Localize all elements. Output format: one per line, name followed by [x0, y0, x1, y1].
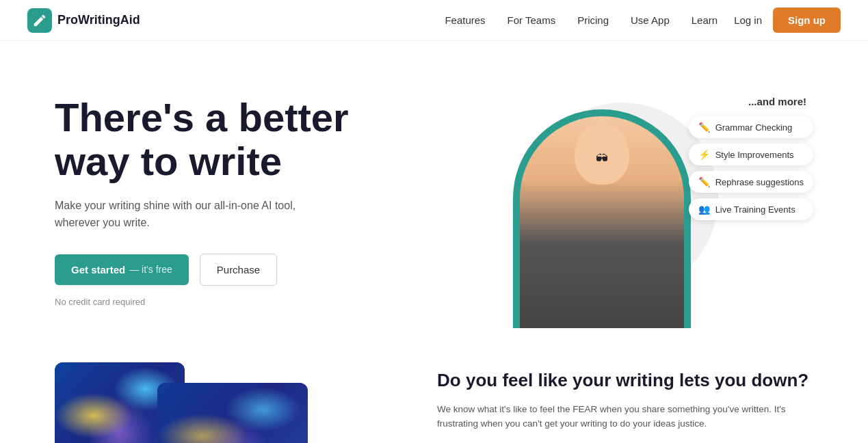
hero-buttons: Get started — it's free Purchase — [55, 254, 472, 286]
pill-grammar: ✏️ Grammar Checking — [689, 116, 813, 138]
pill-rephrase: ✏️ Rephrase suggestions — [689, 171, 813, 193]
navbar: ProWritingAid Features For Teams Pricing… — [0, 0, 868, 41]
hero-section: There's a better way to write Make your … — [0, 41, 868, 349]
section2-images: My idea in my head — [55, 362, 396, 443]
starry-night-image-2 — [157, 383, 308, 443]
nav-features[interactable]: Features — [445, 14, 485, 26]
person-head: 🕶 — [575, 123, 629, 185]
section2-content: Do you feel like your writing lets you d… — [437, 362, 813, 431]
hero-illustration: 🕶 ...and more! ✏️ Grammar Checking ⚡ Sty… — [472, 82, 813, 328]
nav-links: Features For Teams Pricing Use App Learn — [445, 14, 718, 27]
get-started-button[interactable]: Get started — it's free — [55, 254, 189, 285]
glasses-icon: 🕶 — [596, 152, 608, 166]
grammar-icon: ✏️ — [698, 122, 710, 133]
purchase-button[interactable]: Purchase — [200, 254, 277, 286]
hero-left: There's a better way to write Make your … — [55, 82, 472, 307]
hero-right: 🕶 ...and more! ✏️ Grammar Checking ⚡ Sty… — [472, 82, 813, 328]
image-card-2: My idea in my head — [157, 383, 308, 443]
section2-text: We know what it's like to feel the FEAR … — [437, 402, 813, 431]
signup-button[interactable]: Sign up — [773, 8, 841, 33]
image-stack: My idea in my head — [55, 362, 315, 443]
person-illustration: 🕶 — [513, 109, 691, 328]
brand-name: ProWritingAid — [57, 13, 140, 27]
hero-subtitle: Make your writing shine with our all-in-… — [55, 197, 301, 232]
nav-pricing[interactable]: Pricing — [577, 14, 609, 26]
section2: My idea in my head Do you feel like your… — [0, 349, 868, 443]
login-link[interactable]: Log in — [734, 14, 762, 26]
hero-title: There's a better way to write — [55, 96, 472, 183]
training-icon: 👥 — [698, 204, 710, 215]
feature-pills: ✏️ Grammar Checking ⚡ Style Improvements… — [689, 116, 813, 220]
style-icon: ⚡ — [698, 149, 710, 160]
nav-learn[interactable]: Learn — [692, 14, 718, 26]
pill-style: ⚡ Style Improvements — [689, 144, 813, 165]
person-face: 🕶 — [520, 116, 684, 328]
pill-training: 👥 Live Training Events — [689, 198, 813, 220]
logo-link[interactable]: ProWritingAid — [27, 8, 140, 33]
and-more-text: ...and more! — [748, 96, 806, 107]
no-credit-text: No credit card required — [55, 297, 472, 307]
nav-use-app[interactable]: Use App — [631, 14, 670, 26]
rephrase-icon: ✏️ — [698, 176, 710, 187]
nav-for-teams[interactable]: For Teams — [508, 14, 556, 26]
section2-title: Do you feel like your writing lets you d… — [437, 369, 813, 392]
logo-icon — [27, 8, 52, 33]
